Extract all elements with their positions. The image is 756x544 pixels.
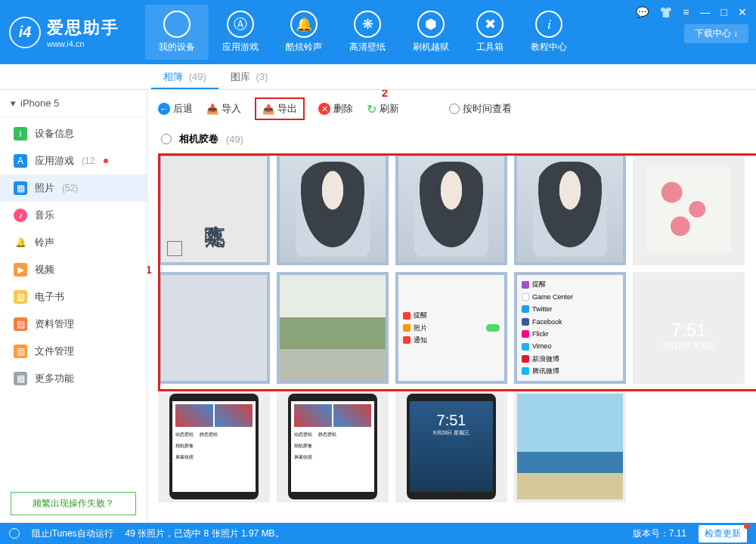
app-name: 爱思助手	[47, 17, 119, 39]
import-button[interactable]: 📥导入	[206, 102, 241, 116]
sidebar-item-device-info[interactable]: i设备信息	[0, 120, 147, 147]
sidebar-item-music[interactable]: ♪音乐	[0, 202, 147, 229]
version-value: 7.11	[669, 528, 686, 539]
nav-label: 刷机越狱	[413, 41, 449, 54]
minimize-button[interactable]: —	[697, 5, 714, 20]
tab-albums[interactable]: 相簿 (49)	[151, 64, 218, 89]
nav-apps[interactable]: Ⓐ应用游戏	[209, 5, 272, 60]
photo-icon: ▦	[14, 181, 27, 195]
download-center-button[interactable]: 下载中心 ↓	[684, 24, 748, 43]
faq-button[interactable]: 频繁出现操作失败？	[11, 492, 136, 515]
sidebar-item-ebooks[interactable]: ▥电子书	[0, 283, 147, 311]
apps-icon: A	[14, 154, 27, 168]
tool-label: 后退	[173, 102, 193, 116]
nav-toolbox[interactable]: ✖工具箱	[463, 5, 517, 60]
app-url: www.i4.cn	[47, 39, 119, 48]
tool-label: 刷新	[380, 102, 399, 116]
photo-thumb[interactable]	[158, 272, 270, 384]
menu-icon[interactable]: ≡	[680, 5, 692, 20]
annotation-marker-1: 1	[147, 264, 152, 276]
sidebar-item-label: 音乐	[35, 209, 54, 222]
window-controls: 💬 👕 ≡ — □ ✕	[633, 5, 750, 20]
refresh-button[interactable]: ↻刷新	[367, 102, 399, 116]
feedback-icon[interactable]: 💬	[633, 5, 652, 20]
version-label: 版本号：	[633, 528, 669, 539]
appstore-icon: Ⓐ	[227, 11, 254, 38]
info-icon: 𝑖	[535, 11, 562, 38]
book-icon: ▥	[14, 290, 27, 304]
photo-thumb[interactable]: 动态壁纸静态壁纸相机胶卷屏幕快照	[158, 391, 270, 502]
sidebar-item-more[interactable]: ▦更多功能	[0, 365, 147, 392]
content-area: 2 ←后退 📥导入 📤导出 ✕删除 ↻刷新 按时间查看 相机胶卷 (49) 1 …	[147, 90, 756, 523]
delete-icon: ✕	[318, 103, 330, 115]
sidebar-item-photos[interactable]: ▦照片(52)	[0, 175, 147, 202]
nav-wallpapers[interactable]: ❋高清壁纸	[336, 5, 399, 60]
photo-thumb[interactable]	[277, 153, 389, 265]
album-count: (49)	[226, 134, 243, 145]
sidebar-item-apps[interactable]: A应用游戏(12	[0, 147, 147, 175]
refresh-icon: ↻	[367, 102, 376, 116]
sidebar-item-video[interactable]: ▶视频	[0, 256, 147, 283]
tab-library[interactable]: 图库 (3)	[218, 64, 280, 89]
nav-jailbreak[interactable]: ⬢刷机越狱	[399, 5, 463, 60]
device-name-label: iPhone 5	[20, 97, 59, 109]
toggle-icon	[486, 324, 500, 332]
sidebar-item-label: 资料管理	[35, 317, 74, 331]
photo-thumb[interactable]: 吃枣蒸九	[158, 153, 270, 265]
check-update-button[interactable]: 检查更新	[699, 525, 747, 542]
radio-icon	[449, 104, 460, 114]
album-name: 相机胶卷	[179, 132, 218, 146]
sidebar-item-label: 铃声	[35, 236, 54, 249]
lock-date: 9月28日 星期三	[662, 341, 714, 351]
photo-thumb[interactable]: 提醒 Game Center Twitter Facebook Flickr V…	[514, 272, 626, 384]
photo-thumb[interactable]	[395, 153, 507, 265]
app-logo: i4 爱思助手 www.i4.cn	[9, 17, 145, 48]
sidebar-count: (12	[82, 156, 94, 166]
device-selector[interactable]: ▾ iPhone 5	[0, 90, 147, 117]
info-icon: i	[14, 127, 27, 141]
sidebar-item-files[interactable]: ▤文件管理	[0, 338, 147, 365]
maximize-button[interactable]: □	[718, 5, 730, 20]
apple-icon	[163, 11, 191, 38]
annotation-marker-2: 2	[382, 90, 388, 99]
photo-thumb[interactable]	[514, 391, 626, 502]
nav-ringtones[interactable]: 🔔酷炫铃声	[272, 5, 336, 60]
photo-toolbar: 2 ←后退 📥导入 📤导出 ✕删除 ↻刷新 按时间查看	[147, 90, 756, 128]
screenshot-content: 提醒 Game Center Twitter Facebook Flickr V…	[517, 273, 623, 382]
seal-icon	[167, 241, 182, 256]
logo-badge: i4	[9, 17, 41, 48]
itunes-label: 阻止iTunes自动运行	[32, 527, 113, 540]
tab-count: (49)	[189, 71, 206, 82]
nav-tutorials[interactable]: 𝑖教程中心	[517, 5, 581, 60]
itunes-toggle[interactable]	[9, 528, 20, 539]
photo-thumb[interactable]: 7:519月28日 星期三	[395, 391, 507, 502]
photo-thumb[interactable]: 动态壁纸静态壁纸相机胶卷屏幕快照	[277, 391, 389, 502]
skin-icon[interactable]: 👕	[656, 5, 675, 20]
box-icon: ⬢	[417, 11, 445, 38]
photo-thumb[interactable]	[514, 153, 626, 265]
back-icon: ←	[158, 103, 170, 115]
delete-button[interactable]: ✕删除	[318, 102, 353, 116]
sidebar-item-data[interactable]: ▤资料管理	[0, 311, 147, 338]
chevron-down-icon: ▾	[11, 97, 16, 109]
nav-label: 教程中心	[531, 41, 567, 54]
data-icon: ▤	[14, 317, 27, 331]
flower-icon: ❋	[354, 11, 381, 38]
sidebar-item-label: 照片	[35, 181, 54, 195]
back-button[interactable]: ←后退	[158, 102, 193, 116]
sidebar-item-ringtones[interactable]: 🔔铃声	[0, 229, 147, 256]
nav-label: 酷炫铃声	[286, 41, 322, 54]
export-button[interactable]: 📤导出	[255, 97, 305, 120]
view-by-time-button[interactable]: 按时间查看	[449, 102, 512, 116]
photo-thumb[interactable]: 提醒 照片 通知	[395, 272, 507, 384]
close-button[interactable]: ✕	[735, 5, 750, 20]
screenshot-content: 提醒 照片 通知	[398, 304, 504, 351]
photo-grid: 1 吃枣蒸九 提醒 照片 通知	[147, 150, 756, 523]
photo-thumb[interactable]: 7:519月28日 星期三	[633, 272, 745, 384]
photo-thumb[interactable]	[277, 272, 389, 384]
nav-my-device[interactable]: 我的设备	[145, 5, 209, 60]
select-all-radio[interactable]	[161, 134, 172, 144]
files-icon: ▤	[14, 345, 27, 358]
bell-icon: 🔔	[290, 11, 318, 38]
photo-thumb[interactable]	[633, 153, 745, 265]
